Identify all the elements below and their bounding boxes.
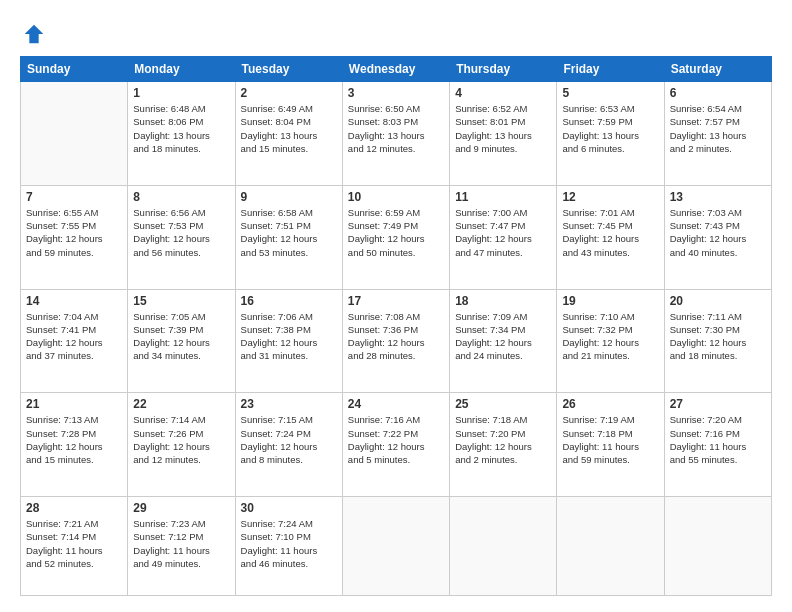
day-number: 17 bbox=[348, 294, 444, 308]
day-number: 22 bbox=[133, 397, 229, 411]
calendar-cell bbox=[664, 497, 771, 596]
calendar-cell: 14Sunrise: 7:04 AMSunset: 7:41 PMDayligh… bbox=[21, 289, 128, 393]
day-info: Sunrise: 6:54 AMSunset: 7:57 PMDaylight:… bbox=[670, 102, 766, 155]
day-info: Sunrise: 6:53 AMSunset: 7:59 PMDaylight:… bbox=[562, 102, 658, 155]
week-row-2: 7Sunrise: 6:55 AMSunset: 7:55 PMDaylight… bbox=[21, 185, 772, 289]
day-number: 2 bbox=[241, 86, 337, 100]
day-info: Sunrise: 7:13 AMSunset: 7:28 PMDaylight:… bbox=[26, 413, 122, 466]
calendar-cell: 21Sunrise: 7:13 AMSunset: 7:28 PMDayligh… bbox=[21, 393, 128, 497]
day-of-week-tuesday: Tuesday bbox=[235, 57, 342, 82]
calendar-cell: 13Sunrise: 7:03 AMSunset: 7:43 PMDayligh… bbox=[664, 185, 771, 289]
calendar-cell: 29Sunrise: 7:23 AMSunset: 7:12 PMDayligh… bbox=[128, 497, 235, 596]
day-info: Sunrise: 7:16 AMSunset: 7:22 PMDaylight:… bbox=[348, 413, 444, 466]
day-info: Sunrise: 7:04 AMSunset: 7:41 PMDaylight:… bbox=[26, 310, 122, 363]
day-number: 23 bbox=[241, 397, 337, 411]
day-info: Sunrise: 7:23 AMSunset: 7:12 PMDaylight:… bbox=[133, 517, 229, 570]
calendar-cell bbox=[342, 497, 449, 596]
calendar-cell: 3Sunrise: 6:50 AMSunset: 8:03 PMDaylight… bbox=[342, 82, 449, 186]
day-info: Sunrise: 6:48 AMSunset: 8:06 PMDaylight:… bbox=[133, 102, 229, 155]
day-number: 13 bbox=[670, 190, 766, 204]
day-of-week-friday: Friday bbox=[557, 57, 664, 82]
day-info: Sunrise: 7:19 AMSunset: 7:18 PMDaylight:… bbox=[562, 413, 658, 466]
page: SundayMondayTuesdayWednesdayThursdayFrid… bbox=[0, 0, 792, 612]
day-number: 9 bbox=[241, 190, 337, 204]
day-number: 18 bbox=[455, 294, 551, 308]
day-info: Sunrise: 7:08 AMSunset: 7:36 PMDaylight:… bbox=[348, 310, 444, 363]
day-info: Sunrise: 6:52 AMSunset: 8:01 PMDaylight:… bbox=[455, 102, 551, 155]
day-info: Sunrise: 7:21 AMSunset: 7:14 PMDaylight:… bbox=[26, 517, 122, 570]
calendar-cell bbox=[557, 497, 664, 596]
calendar-cell: 12Sunrise: 7:01 AMSunset: 7:45 PMDayligh… bbox=[557, 185, 664, 289]
calendar-cell: 10Sunrise: 6:59 AMSunset: 7:49 PMDayligh… bbox=[342, 185, 449, 289]
week-row-1: 1Sunrise: 6:48 AMSunset: 8:06 PMDaylight… bbox=[21, 82, 772, 186]
calendar-cell bbox=[21, 82, 128, 186]
calendar-cell: 26Sunrise: 7:19 AMSunset: 7:18 PMDayligh… bbox=[557, 393, 664, 497]
day-number: 29 bbox=[133, 501, 229, 515]
day-number: 3 bbox=[348, 86, 444, 100]
calendar-cell: 18Sunrise: 7:09 AMSunset: 7:34 PMDayligh… bbox=[450, 289, 557, 393]
day-info: Sunrise: 7:01 AMSunset: 7:45 PMDaylight:… bbox=[562, 206, 658, 259]
day-of-week-wednesday: Wednesday bbox=[342, 57, 449, 82]
day-info: Sunrise: 6:56 AMSunset: 7:53 PMDaylight:… bbox=[133, 206, 229, 259]
day-info: Sunrise: 7:03 AMSunset: 7:43 PMDaylight:… bbox=[670, 206, 766, 259]
day-number: 10 bbox=[348, 190, 444, 204]
day-number: 15 bbox=[133, 294, 229, 308]
calendar-cell: 20Sunrise: 7:11 AMSunset: 7:30 PMDayligh… bbox=[664, 289, 771, 393]
calendar-cell: 8Sunrise: 6:56 AMSunset: 7:53 PMDaylight… bbox=[128, 185, 235, 289]
day-info: Sunrise: 7:06 AMSunset: 7:38 PMDaylight:… bbox=[241, 310, 337, 363]
calendar-cell: 6Sunrise: 6:54 AMSunset: 7:57 PMDaylight… bbox=[664, 82, 771, 186]
day-info: Sunrise: 7:20 AMSunset: 7:16 PMDaylight:… bbox=[670, 413, 766, 466]
day-info: Sunrise: 7:05 AMSunset: 7:39 PMDaylight:… bbox=[133, 310, 229, 363]
day-info: Sunrise: 6:49 AMSunset: 8:04 PMDaylight:… bbox=[241, 102, 337, 155]
day-number: 8 bbox=[133, 190, 229, 204]
day-of-week-monday: Monday bbox=[128, 57, 235, 82]
day-number: 14 bbox=[26, 294, 122, 308]
calendar-cell: 24Sunrise: 7:16 AMSunset: 7:22 PMDayligh… bbox=[342, 393, 449, 497]
day-number: 4 bbox=[455, 86, 551, 100]
calendar-cell: 25Sunrise: 7:18 AMSunset: 7:20 PMDayligh… bbox=[450, 393, 557, 497]
day-info: Sunrise: 6:58 AMSunset: 7:51 PMDaylight:… bbox=[241, 206, 337, 259]
day-number: 27 bbox=[670, 397, 766, 411]
calendar-cell: 11Sunrise: 7:00 AMSunset: 7:47 PMDayligh… bbox=[450, 185, 557, 289]
calendar-cell: 30Sunrise: 7:24 AMSunset: 7:10 PMDayligh… bbox=[235, 497, 342, 596]
day-info: Sunrise: 7:15 AMSunset: 7:24 PMDaylight:… bbox=[241, 413, 337, 466]
week-row-5: 28Sunrise: 7:21 AMSunset: 7:14 PMDayligh… bbox=[21, 497, 772, 596]
logo-icon bbox=[20, 20, 48, 48]
calendar-cell: 28Sunrise: 7:21 AMSunset: 7:14 PMDayligh… bbox=[21, 497, 128, 596]
day-number: 11 bbox=[455, 190, 551, 204]
day-info: Sunrise: 7:18 AMSunset: 7:20 PMDaylight:… bbox=[455, 413, 551, 466]
header-row: SundayMondayTuesdayWednesdayThursdayFrid… bbox=[21, 57, 772, 82]
day-number: 12 bbox=[562, 190, 658, 204]
calendar-cell: 15Sunrise: 7:05 AMSunset: 7:39 PMDayligh… bbox=[128, 289, 235, 393]
day-of-week-thursday: Thursday bbox=[450, 57, 557, 82]
day-number: 30 bbox=[241, 501, 337, 515]
day-info: Sunrise: 7:11 AMSunset: 7:30 PMDaylight:… bbox=[670, 310, 766, 363]
day-number: 1 bbox=[133, 86, 229, 100]
day-number: 16 bbox=[241, 294, 337, 308]
calendar-cell: 27Sunrise: 7:20 AMSunset: 7:16 PMDayligh… bbox=[664, 393, 771, 497]
day-number: 26 bbox=[562, 397, 658, 411]
day-number: 25 bbox=[455, 397, 551, 411]
day-info: Sunrise: 6:55 AMSunset: 7:55 PMDaylight:… bbox=[26, 206, 122, 259]
day-number: 20 bbox=[670, 294, 766, 308]
day-number: 28 bbox=[26, 501, 122, 515]
calendar-cell bbox=[450, 497, 557, 596]
day-info: Sunrise: 7:00 AMSunset: 7:47 PMDaylight:… bbox=[455, 206, 551, 259]
header bbox=[20, 16, 772, 48]
calendar-cell: 17Sunrise: 7:08 AMSunset: 7:36 PMDayligh… bbox=[342, 289, 449, 393]
day-info: Sunrise: 7:10 AMSunset: 7:32 PMDaylight:… bbox=[562, 310, 658, 363]
calendar-cell: 23Sunrise: 7:15 AMSunset: 7:24 PMDayligh… bbox=[235, 393, 342, 497]
calendar-cell: 22Sunrise: 7:14 AMSunset: 7:26 PMDayligh… bbox=[128, 393, 235, 497]
calendar-cell: 7Sunrise: 6:55 AMSunset: 7:55 PMDaylight… bbox=[21, 185, 128, 289]
calendar-cell: 5Sunrise: 6:53 AMSunset: 7:59 PMDaylight… bbox=[557, 82, 664, 186]
day-number: 21 bbox=[26, 397, 122, 411]
day-info: Sunrise: 7:14 AMSunset: 7:26 PMDaylight:… bbox=[133, 413, 229, 466]
calendar-cell: 16Sunrise: 7:06 AMSunset: 7:38 PMDayligh… bbox=[235, 289, 342, 393]
day-number: 5 bbox=[562, 86, 658, 100]
calendar-cell: 2Sunrise: 6:49 AMSunset: 8:04 PMDaylight… bbox=[235, 82, 342, 186]
day-of-week-sunday: Sunday bbox=[21, 57, 128, 82]
day-info: Sunrise: 7:24 AMSunset: 7:10 PMDaylight:… bbox=[241, 517, 337, 570]
week-row-4: 21Sunrise: 7:13 AMSunset: 7:28 PMDayligh… bbox=[21, 393, 772, 497]
day-number: 7 bbox=[26, 190, 122, 204]
day-info: Sunrise: 6:59 AMSunset: 7:49 PMDaylight:… bbox=[348, 206, 444, 259]
